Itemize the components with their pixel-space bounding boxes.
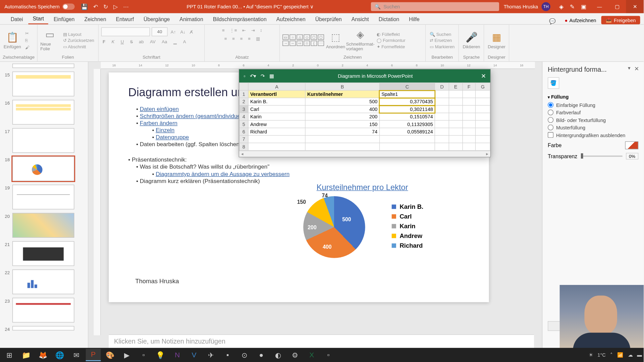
dw-redo-icon[interactable]: ↷ (261, 73, 265, 79)
undo-icon[interactable]: ↶ (93, 3, 98, 10)
system-tray[interactable]: ☀ 1°C ˄ 📶 ☁ ▬ (589, 352, 642, 358)
start-icon[interactable]: ▷ (113, 3, 118, 10)
bullet-text[interactable]: Was ist die Botschaft? Was willst du „rü… (136, 164, 470, 170)
tab-zeichnen[interactable]: Zeichnen (80, 14, 110, 24)
bold-icon[interactable]: F (101, 39, 107, 45)
tray-wifi-icon[interactable]: 📶 (617, 352, 623, 358)
line-spacing-icon[interactable]: ↕ (259, 27, 263, 33)
temperature[interactable]: 1°C (597, 352, 605, 358)
underline-icon[interactable]: U (119, 39, 125, 45)
save-icon[interactable]: 💾 (81, 3, 88, 10)
window-icon[interactable]: ▣ (581, 3, 586, 10)
tab-hilfe[interactable]: Hilfe (405, 14, 424, 24)
thumb-20[interactable] (12, 213, 74, 238)
tb-app6[interactable]: ● (254, 349, 269, 361)
minimize-button[interactable]: — (591, 0, 608, 13)
dw-save-icon[interactable]: ▫ (244, 73, 245, 79)
chart-legend[interactable]: Karin B. Carl Karin Andrew Richard (392, 200, 423, 252)
bullets-icon[interactable]: ≡ (221, 27, 226, 33)
tab-start[interactable]: Start (28, 14, 48, 24)
toggle-icon[interactable] (62, 4, 74, 10)
thumb-19[interactable] (12, 185, 74, 209)
tray-battery-icon[interactable]: ▬ (637, 352, 642, 358)
section-button[interactable]: ▭ Abschnitt (62, 44, 96, 49)
font-family-combo[interactable] (101, 27, 150, 36)
tb-obs[interactable]: ⊙ (237, 349, 252, 361)
tb-excel[interactable]: X (304, 349, 319, 361)
fill-section[interactable]: Füllung (548, 94, 638, 100)
shrink-font-icon[interactable]: A↓ (179, 29, 186, 35)
close-button[interactable]: ✕ (626, 0, 644, 13)
paste-button[interactable]: 📋Einfügen (3, 32, 22, 49)
italic-icon[interactable]: K (110, 39, 116, 45)
tb-outlook[interactable]: ✉ (69, 349, 84, 361)
tab-entwurf[interactable]: Entwurf (111, 14, 138, 24)
maximize-button[interactable]: ▢ (608, 0, 626, 13)
tb-app4[interactable]: V (186, 349, 202, 361)
author-text[interactable]: Thomas Hruska (135, 278, 179, 285)
tab-dictation[interactable]: Dictation (374, 14, 404, 24)
pane-close-icon[interactable]: ✕ (634, 65, 639, 72)
bullet-link[interactable]: Schriftgrößen ändern (gesamt/individuell… (140, 113, 245, 119)
align-left-icon[interactable]: ≡ (223, 36, 228, 42)
align-right-icon[interactable]: ≡ (239, 36, 244, 42)
data-grid[interactable]: ABCDEFG 1VerantwortlKursteilnehmerSpalte… (239, 82, 490, 150)
autosave-toggle[interactable]: Automatisches Speichern (4, 4, 74, 10)
justify-icon[interactable]: ≡ (247, 36, 252, 42)
tb-app7[interactable]: ◐ (271, 349, 286, 361)
tray-cloud-icon[interactable]: ☁ (628, 352, 633, 358)
thumb-24[interactable] (12, 326, 74, 330)
user-account[interactable]: Thomas Hruska TH (504, 2, 550, 11)
grow-font-icon[interactable]: A↑ (169, 29, 177, 35)
highlight-icon[interactable]: ▁ (172, 39, 178, 45)
bullet-link[interactable]: Diagrammtyp ändern um die Aussage zu ver… (156, 171, 289, 177)
tab-uebergaenge[interactable]: Übergänge (139, 14, 174, 24)
bullet-text[interactable]: Diagramm kurz erklären (Präsentationstec… (136, 178, 470, 184)
align-center-icon[interactable]: ≡ (231, 36, 236, 42)
thumb-22[interactable] (12, 269, 74, 294)
layout-button[interactable]: ▤ Layout (62, 31, 96, 37)
bullet-link[interactable]: Daten einfügen (140, 106, 179, 112)
tb-powerpoint[interactable]: P (86, 349, 101, 361)
tb-app8[interactable]: ▫ (321, 349, 336, 361)
thumb-17[interactable] (12, 128, 74, 153)
shape-fill-button[interactable]: ◐ Fülleffekt (375, 31, 407, 37)
shape-outline-button[interactable]: ◯ Formkontur (375, 37, 407, 43)
comments-icon[interactable]: 💬 (549, 18, 556, 24)
slide-thumbnails[interactable]: 15 16 17 18 19 20 21 22 23 24 (0, 62, 89, 353)
strike-icon[interactable]: S̶ (129, 39, 134, 45)
shape-effects-button[interactable]: ✦ Formeffekte (375, 44, 407, 49)
arrange-button[interactable]: ⬚Anordnen (326, 32, 345, 49)
bullet-link[interactable]: Farben ändern (140, 120, 177, 126)
font-color-icon[interactable]: A (182, 39, 187, 45)
tab-einfuegen[interactable]: Einfügen (49, 14, 79, 24)
cut-icon[interactable]: ✂ (24, 30, 31, 36)
opt-picture-fill[interactable]: Bild- oder Texturfüllung (548, 117, 638, 123)
indent-dec-icon[interactable]: ⇤ (241, 27, 247, 33)
tb-firefox[interactable]: 🦊 (35, 349, 50, 361)
record-button[interactable]: Aufzeichnen (560, 16, 600, 24)
clear-format-icon[interactable]: A̸ (189, 29, 194, 35)
tab-animation[interactable]: Animation (175, 14, 208, 24)
spacing-icon[interactable]: AV (149, 39, 157, 45)
opt-pattern-fill[interactable]: Musterfüllung (548, 125, 638, 130)
tab-datei[interactable]: Datei (6, 14, 27, 24)
columns-icon[interactable]: ▥ (255, 36, 261, 42)
tab-ansicht[interactable]: Ansicht (347, 14, 373, 24)
bullet-link[interactable]: Einzeln (156, 127, 174, 133)
horizontal-scrollbar[interactable] (239, 150, 490, 157)
replace-button[interactable]: ⇄ Ersetzen (428, 37, 456, 43)
weather-icon[interactable]: ☀ (589, 352, 593, 358)
designer-button[interactable]: ▦Designer (487, 32, 506, 49)
pie-chart[interactable]: 500 400 200 150 74 (303, 196, 365, 258)
dw-excel-icon[interactable]: ▦ (269, 73, 274, 79)
start-button[interactable]: ⊞ (2, 349, 17, 361)
tb-settings[interactable]: ⚙ (287, 349, 303, 361)
thumb-15[interactable] (12, 72, 74, 97)
search-box[interactable]: 🔍 Suchen (371, 2, 499, 11)
opt-gradient-fill[interactable]: Farbverlauf (548, 110, 638, 115)
indent-inc-icon[interactable]: ⇥ (250, 27, 256, 33)
redo-icon[interactable]: ↻ (103, 3, 108, 10)
font-size-combo[interactable]: 40 (152, 27, 167, 36)
tray-chevron-icon[interactable]: ˄ (610, 352, 613, 358)
